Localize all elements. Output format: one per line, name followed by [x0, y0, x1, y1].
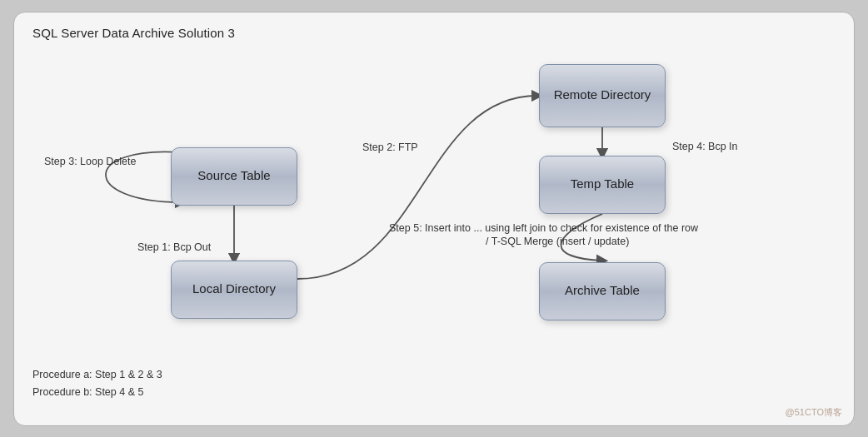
step3-label: Step 3: Loop Delete	[44, 156, 137, 167]
temp-table-node: Temp Table	[539, 156, 666, 214]
source-table-node: Source Table	[171, 147, 297, 206]
step1-label: Step 1: Bcp Out	[137, 241, 211, 253]
step5-label-line2: / T-SQL Merge (insert / update)	[486, 236, 629, 247]
diagram-container: SQL Server Data Archive Solution 3 Sourc…	[13, 12, 855, 426]
diagram-title: SQL Server Data Archive Solution 3	[32, 26, 235, 40]
arrows-svg	[14, 12, 854, 425]
archive-table-node: Archive Table	[539, 262, 666, 320]
step5-label-line1: Step 5: Insert into ... using left join …	[389, 222, 698, 234]
step2-label: Step 2: FTP	[362, 142, 418, 153]
footer-labels: Procedure a: Step 1 & 2 & 3 Procedure b:…	[32, 366, 162, 402]
footer-line1: Procedure a: Step 1 & 2 & 3	[32, 366, 162, 384]
remote-directory-node: Remote Directory	[539, 64, 666, 127]
watermark: @51CTO博客	[786, 406, 842, 419]
local-directory-node: Local Directory	[171, 261, 297, 319]
footer-line2: Procedure b: Step 4 & 5	[32, 384, 162, 401]
step4-label: Step 4: Bcp In	[672, 141, 738, 152]
